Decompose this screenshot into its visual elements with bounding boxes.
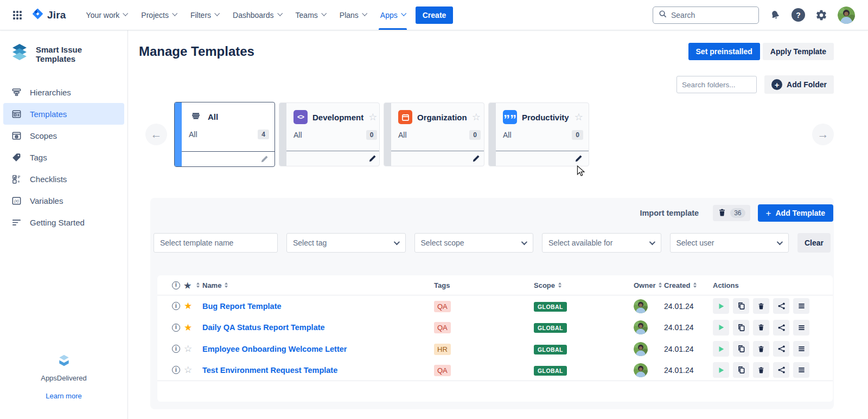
menu-button[interactable] [793,362,809,378]
jira-logo[interactable]: Jira [31,8,66,22]
clear-filters-button[interactable]: Clear [797,233,831,253]
edit-folder-pencil-icon[interactable] [260,155,269,163]
apply-play-button[interactable] [713,298,729,314]
user-filter-select[interactable]: Select user [670,233,789,253]
template-name-link[interactable]: Test Environment Request Template [202,366,337,375]
star-icon[interactable]: ☆ [368,112,377,122]
edit-folder-pencil-icon[interactable] [575,154,583,163]
owner-avatar[interactable] [634,363,648,377]
template-name-link[interactable]: Daily QA Status Report Template [202,323,325,332]
menu-button[interactable] [793,341,809,357]
copy-button[interactable] [733,298,749,314]
delete-button[interactable] [753,341,769,357]
learn-more-link[interactable]: Learn more [46,392,81,400]
table-row: i ☆ Test Environment Request Template QA… [157,360,833,382]
sort-icon[interactable] [196,282,200,288]
folder-card-development[interactable]: <> Development ☆ All 0 [279,102,380,166]
nav-your-work[interactable]: Your work [80,0,133,30]
share-button[interactable] [773,341,789,357]
nav-right-cluster: ? [653,7,855,24]
set-preinstalled-button[interactable]: Set preinstalled [688,43,760,60]
tag-filter-select[interactable]: Select tag [286,233,406,253]
settings-gear-icon[interactable] [815,9,827,21]
nav-filters[interactable]: Filters [184,0,225,30]
app-title: Smart Issue Templates [36,45,119,63]
sort-icon [693,282,697,288]
copy-button[interactable] [733,341,749,357]
apply-play-button[interactable] [713,362,729,378]
nav-dashboards[interactable]: Dashboards [227,0,288,30]
global-search[interactable] [653,7,759,24]
star-icon[interactable]: ☆ [575,112,583,122]
app-switcher-icon[interactable] [9,7,26,24]
owner-avatar[interactable] [634,320,648,334]
delete-button[interactable] [753,362,769,378]
share-button[interactable] [773,362,789,378]
scope-filter-select[interactable]: Select scope [414,233,534,253]
template-name-link[interactable]: Bug Report Template [202,302,282,311]
info-icon[interactable]: i [172,302,180,310]
template-name-filter-input[interactable] [154,233,278,253]
user-avatar[interactable] [838,7,855,24]
sidebar-item-tags[interactable]: Tags [3,146,124,168]
column-header-name[interactable]: Name [202,281,434,289]
search-folders-input[interactable] [676,76,757,93]
share-button[interactable] [773,298,789,314]
star-column-icon[interactable]: ★ [184,281,191,289]
owner-avatar[interactable] [634,342,648,356]
info-icon[interactable]: i [172,324,180,332]
nav-apps[interactable]: Apps [374,0,411,30]
menu-button[interactable] [793,298,809,314]
chevron-down-icon [362,11,367,16]
edit-folder-pencil-icon[interactable] [472,154,480,163]
trash-bin-button[interactable]: 36 [713,205,750,221]
apply-template-button[interactable]: Apply Template [763,43,834,60]
column-header-scope[interactable]: Scope [534,281,634,289]
available-for-filter-select[interactable]: Select available for [542,233,661,253]
help-icon[interactable]: ? [792,8,805,22]
sidebar-item-variables[interactable]: (x) Variables [3,190,124,211]
apply-play-button[interactable] [713,341,729,357]
nav-projects[interactable]: Projects [135,0,182,30]
favorite-star-icon[interactable]: ☆ [184,365,192,375]
notifications-bell-icon[interactable] [769,9,781,21]
favorite-star-icon[interactable]: ☆ [184,344,192,353]
folder-card-all[interactable]: All All 4 [174,102,275,167]
info-icon[interactable]: i [172,366,180,374]
add-folder-button[interactable]: + Add Folder [764,75,834,94]
copy-button[interactable] [733,320,749,336]
chevron-down-icon [321,11,327,16]
column-header-owner[interactable]: Owner [634,281,664,289]
info-icon[interactable]: i [172,345,180,353]
search-input[interactable] [671,11,753,20]
sidebar-item-scopes[interactable]: Scopes [3,125,124,146]
delete-button[interactable] [753,320,769,336]
share-button[interactable] [773,320,789,336]
import-template-link[interactable]: Import template [640,209,699,217]
create-button[interactable]: Create [416,7,454,24]
carousel-right-arrow[interactable]: → [812,124,834,145]
delete-button[interactable] [753,298,769,314]
menu-button[interactable] [793,320,809,336]
edit-folder-pencil-icon[interactable] [368,154,376,163]
sidebar-item-checklists[interactable]: Checklists [3,168,124,190]
apply-play-button[interactable] [713,320,729,336]
add-template-button[interactable]: + Add Template [758,204,833,222]
copy-button[interactable] [733,362,749,378]
carousel-left-arrow[interactable]: ← [145,124,167,145]
nav-plans[interactable]: Plans [334,0,372,30]
column-header-created[interactable]: Created [664,281,713,289]
sidebar-item-templates[interactable]: Templates [3,103,124,125]
star-icon[interactable]: ☆ [472,112,481,122]
folder-card-organization[interactable]: Organization ☆ All 0 [384,102,484,166]
owner-avatar[interactable] [634,299,648,313]
sidebar-item-getting-started[interactable]: Getting Started [3,211,124,233]
favorite-star-icon[interactable]: ★ [184,301,192,311]
favorite-star-icon[interactable]: ★ [184,323,192,332]
chevron-down-icon [277,11,283,16]
folder-card-productivity[interactable]: ”” Productivity ☆ All 0 [488,102,589,166]
sidebar-item-hierarchies[interactable]: Hierarchies [3,81,124,103]
template-name-link[interactable]: Employee Onboarding Welcome Letter [202,345,347,353]
nav-teams[interactable]: Teams [290,0,331,30]
table-row: i ★ Daily QA Status Report Template QA G… [157,317,833,339]
